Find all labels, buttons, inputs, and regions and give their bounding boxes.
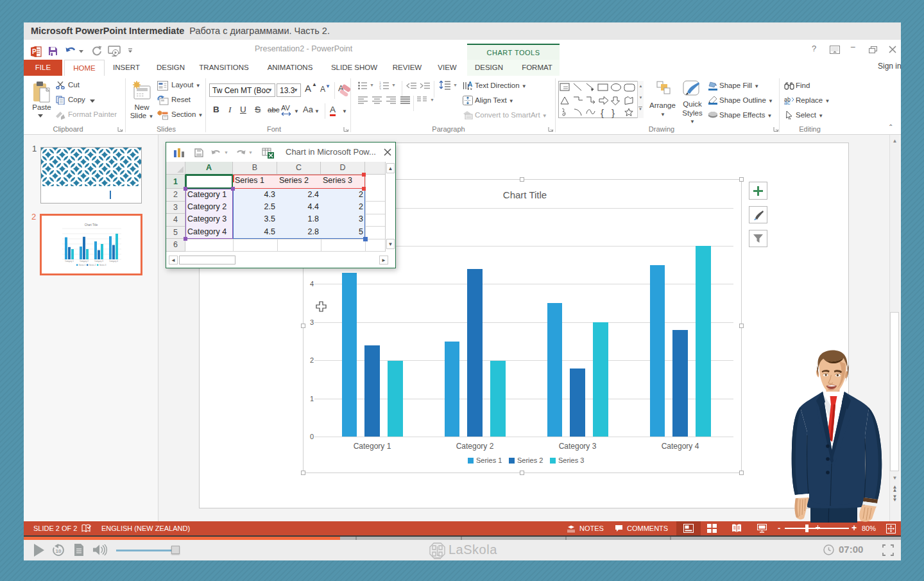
svg-text:Category 4: Category 4: [109, 260, 118, 263]
svg-text:Category 3: Category 3: [94, 260, 103, 263]
svg-text:Series 3: Series 3: [99, 264, 107, 266]
svg-text:P: P: [32, 48, 37, 55]
svg-text:10: 10: [56, 548, 62, 554]
svg-text:Chart Title: Chart Title: [85, 223, 98, 227]
svg-text:{: {: [601, 107, 604, 118]
svg-text:}: }: [612, 107, 615, 118]
svg-text:Series 2: Series 2: [89, 264, 96, 266]
svg-text:Series 1: Series 1: [79, 264, 86, 266]
svg-text:3: 3: [379, 87, 381, 91]
svg-text:ac: ac: [784, 100, 791, 105]
svg-text:Category 2: Category 2: [80, 260, 89, 263]
svg-text:A: A: [468, 81, 472, 88]
svg-text:Category 1: Category 1: [65, 260, 74, 263]
